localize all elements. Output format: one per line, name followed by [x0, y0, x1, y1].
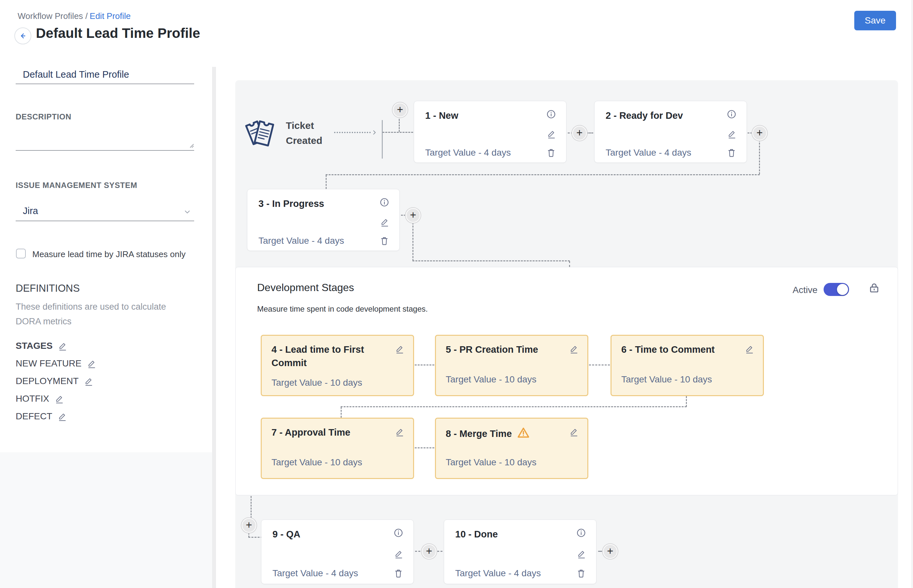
ims-select-value: Jira: [23, 205, 38, 216]
add-stage-button[interactable]: +: [572, 126, 587, 141]
info-icon[interactable]: [379, 197, 389, 208]
connector: [415, 365, 434, 365]
dev-card-target: Target Value - 10 days: [446, 457, 536, 468]
description-label: DESCRIPTION: [16, 112, 71, 121]
scrollbar-track[interactable]: [912, 0, 912, 588]
edit-icon[interactable]: [395, 344, 405, 354]
breadcrumb-parent[interactable]: Workflow Profiles /: [18, 11, 88, 21]
edit-icon[interactable]: [569, 426, 579, 437]
delete-icon[interactable]: [726, 147, 737, 158]
edit-icon[interactable]: [546, 129, 556, 139]
warning-icon: [517, 426, 530, 439]
stages-label: STAGES: [16, 341, 53, 351]
delete-icon[interactable]: [379, 236, 389, 246]
definition-label: DEFECT: [16, 411, 52, 422]
definition-row-hotfix: HOTFIX: [16, 394, 64, 404]
dev-card-target: Target Value - 10 days: [446, 374, 536, 385]
description-textarea[interactable]: [16, 124, 194, 151]
stage-card-target: Target Value - 4 days: [259, 236, 344, 246]
dev-card-title: 4 - Lead time to First Commit: [271, 343, 391, 370]
stage-card-title: 3 - In Progress: [259, 199, 324, 209]
add-stage-button[interactable]: +: [406, 208, 421, 223]
profile-name-input[interactable]: [16, 65, 194, 84]
stage-card-ready-for-dev[interactable]: 2 - Ready for Dev Target Value - 4 days: [594, 101, 747, 163]
breadcrumb-current[interactable]: Edit Profile: [90, 11, 131, 21]
delete-icon[interactable]: [393, 568, 404, 578]
connector: [437, 551, 443, 552]
stage-card-in-progress[interactable]: 3 - In Progress Target Value - 4 days: [247, 189, 400, 251]
edit-stages-icon[interactable]: [58, 341, 68, 351]
dev-card-merge-time[interactable]: 8 - Merge Time Target Value - 10 days: [435, 418, 588, 479]
dev-card-time-to-comment[interactable]: 6 - Time to Comment Target Value - 10 da…: [611, 335, 764, 396]
dev-card-title: 8 - Merge Time: [446, 426, 565, 441]
ticket-icon: [242, 114, 278, 150]
connector: [748, 132, 752, 134]
edit-icon[interactable]: [380, 216, 389, 227]
add-stage-button[interactable]: +: [752, 126, 767, 141]
back-arrow-icon: [18, 31, 27, 40]
workflow-profile-editor: Workflow Profiles /Edit Profile Default …: [0, 0, 913, 588]
stage-card-title: 2 - Ready for Dev: [606, 110, 683, 121]
edit-deployment-icon[interactable]: [84, 376, 94, 386]
lock-icon[interactable]: [868, 282, 881, 294]
delete-icon[interactable]: [546, 147, 556, 158]
chevron-down-icon: [183, 207, 192, 216]
active-label: Active: [793, 285, 818, 295]
dev-card-lead-time-first-commit[interactable]: 4 - Lead time to First Commit Target Val…: [261, 335, 414, 396]
dev-card-target: Target Value - 10 days: [271, 457, 362, 468]
page-title: Default Lead Time Profile: [36, 26, 200, 41]
connector: [326, 174, 759, 175]
info-icon[interactable]: [726, 109, 737, 120]
junction-line: [382, 120, 383, 158]
jira-statuses-checkbox[interactable]: [16, 249, 26, 258]
definition-row-defect: DEFECT: [16, 411, 67, 422]
dev-card-title: 6 - Time to Comment: [621, 343, 741, 356]
add-stage-button[interactable]: +: [241, 518, 257, 533]
stage-card-target: Target Value - 4 days: [273, 568, 358, 578]
connector: [412, 260, 570, 262]
stage-card-target: Target Value - 4 days: [455, 568, 541, 578]
info-icon[interactable]: [393, 528, 404, 538]
connector: [399, 116, 400, 132]
connector: [341, 407, 342, 418]
dev-card-approval-time[interactable]: 7 - Approval Time Target Value - 10 days: [261, 418, 414, 479]
stage-card-target: Target Value - 4 days: [425, 147, 511, 158]
edit-icon[interactable]: [577, 549, 587, 559]
edit-new-feature-icon[interactable]: [87, 358, 97, 369]
definitions-heading: DEFINITIONS: [16, 283, 80, 294]
edit-icon[interactable]: [727, 129, 737, 139]
add-stage-button[interactable]: +: [393, 102, 407, 118]
connector: [598, 551, 602, 552]
edit-icon[interactable]: [394, 549, 404, 559]
add-stage-button[interactable]: +: [422, 544, 436, 559]
delete-icon[interactable]: [576, 568, 587, 578]
back-button[interactable]: [15, 27, 31, 44]
edit-icon[interactable]: [569, 344, 579, 354]
dev-card-pr-creation-time[interactable]: 5 - PR Creation Time Target Value - 10 d…: [435, 335, 588, 396]
connector: [589, 365, 610, 365]
add-stage-button[interactable]: +: [603, 544, 618, 559]
resize-handle-icon[interactable]: [186, 140, 194, 148]
jira-statuses-checkbox-label: Measure lead time by JIRA statuses only: [32, 249, 186, 259]
connector: [326, 175, 326, 189]
active-toggle[interactable]: [824, 283, 849, 296]
connector: [341, 406, 687, 407]
edit-defect-icon[interactable]: [57, 411, 67, 422]
ims-select[interactable]: Jira: [16, 201, 194, 221]
info-icon[interactable]: [576, 528, 587, 538]
development-stages-panel: Development Stages Measure time spent in…: [235, 267, 898, 495]
dev-card-title: 5 - PR Creation Time: [446, 343, 565, 356]
edit-icon[interactable]: [395, 426, 405, 437]
edit-hotfix-icon[interactable]: [55, 394, 64, 404]
stage-card-qa[interactable]: 9 - QA Target Value - 4 days: [261, 520, 414, 584]
connector: [686, 396, 687, 407]
connector: [569, 261, 570, 267]
stage-card-done[interactable]: 10 - Done Target Value - 4 days: [444, 520, 596, 584]
connector: [401, 215, 406, 216]
edit-icon[interactable]: [745, 344, 755, 354]
info-icon[interactable]: [546, 109, 556, 120]
save-button[interactable]: Save: [854, 11, 896, 30]
definition-label: DEPLOYMENT: [16, 376, 79, 386]
dev-panel-title: Development Stages: [257, 282, 354, 294]
stage-card-new[interactable]: 1 - New Target Value - 4 days: [414, 101, 566, 163]
